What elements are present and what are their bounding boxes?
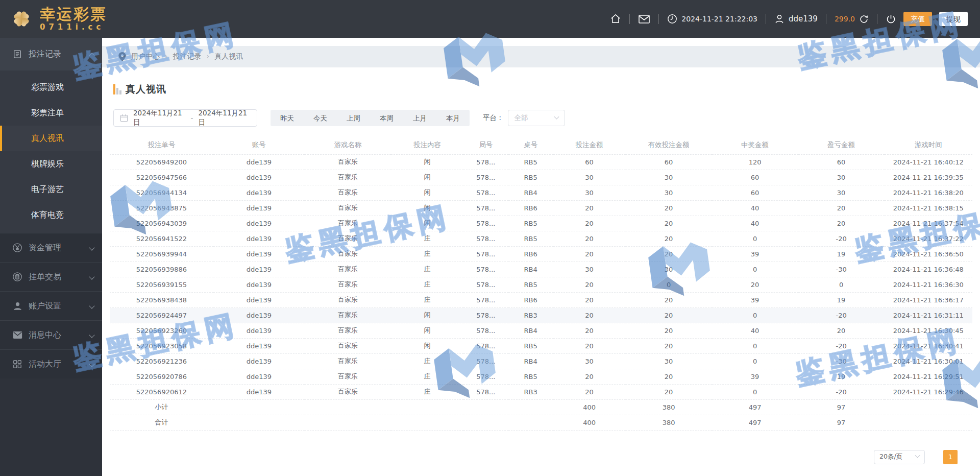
quick-filter-今天[interactable]: 今天 — [304, 110, 337, 126]
chevron-down-icon — [554, 114, 559, 119]
refresh-balance-icon[interactable] — [859, 14, 869, 24]
table-cell: 60 — [798, 154, 885, 170]
table-cell: 庄 — [391, 292, 463, 307]
table-cell: 20 — [626, 231, 712, 246]
table-row: 522056943875dde139百家乐闲578...RB6202040202… — [110, 200, 972, 216]
quick-filter-上周[interactable]: 上周 — [337, 110, 370, 126]
table-cell: 39 — [712, 369, 798, 384]
table-cell: 20 — [553, 231, 626, 246]
sidebar-item-真人视讯[interactable]: 真人视讯 — [0, 126, 102, 151]
table-cell: 522056941522 — [110, 231, 213, 246]
table-cell: 20 — [626, 307, 712, 323]
table-cell: 39 — [712, 246, 798, 261]
table-cell: 522056939944 — [110, 246, 213, 261]
table-cell: 百家乐 — [305, 353, 391, 369]
sidebar-section-5[interactable]: 活动大厅 — [0, 349, 102, 378]
table-cell: RB4 — [508, 323, 553, 338]
table-cell: 400 — [553, 415, 626, 430]
quick-filter-昨天[interactable]: 昨天 — [271, 110, 304, 126]
table-cell: 庄 — [391, 353, 463, 369]
quick-filter-本月[interactable]: 本月 — [436, 110, 470, 126]
table-cell: 522056947566 — [110, 170, 213, 185]
table-cell: 19 — [798, 369, 885, 384]
divider — [877, 14, 877, 24]
date-range-picker[interactable]: 2024年11月21日 - 2024年11月21日 — [113, 109, 257, 127]
table-cell: dde139 — [213, 277, 305, 292]
breadcrumb-separator: › — [207, 52, 210, 60]
quick-filter-上月[interactable]: 上月 — [403, 110, 436, 126]
platform-select[interactable]: 全部 — [508, 110, 565, 126]
table-cell: 522056938438 — [110, 292, 213, 307]
sidebar-item-彩票注单[interactable]: 彩票注单 — [0, 100, 102, 126]
table-cell: 2024-11-21 16:38:15 — [885, 200, 972, 216]
sidebar-section-1[interactable]: 资金管理 — [0, 233, 102, 262]
table-cell: RB6 — [508, 292, 553, 307]
brand-logo[interactable]: 幸运彩票 0711i.cc — [0, 6, 107, 32]
column-header: 账号 — [213, 136, 305, 154]
table-cell: 2024-11-21 16:37:22 — [885, 231, 972, 246]
table-cell: 百家乐 — [305, 292, 391, 307]
table-cell: 庄 — [391, 384, 463, 399]
sidebar-item-彩票游戏[interactable]: 彩票游戏 — [0, 75, 102, 100]
bet-records-table: 投注单号账号游戏名称投注内容局号桌号投注金额有效投注金额中奖金额盈亏金额游戏时间… — [110, 136, 972, 431]
breadcrumb-item-2[interactable]: 真人视讯 — [214, 52, 243, 60]
sidebar-section-2[interactable]: 挂单交易 — [0, 262, 102, 291]
table-cell: 0 — [712, 384, 798, 399]
breadcrumb-item-0[interactable]: 用户中心 — [131, 52, 160, 60]
withdraw-button[interactable]: 提现 — [939, 12, 968, 26]
server-time: 2024-11-21 21:22:03 — [681, 15, 757, 23]
mail-icon[interactable] — [638, 14, 650, 24]
table-cell: dde139 — [213, 292, 305, 307]
table-cell: 578... — [463, 307, 508, 323]
column-header: 投注内容 — [391, 136, 463, 154]
table-cell: 合计 — [110, 415, 213, 430]
sidebar-section-3[interactable]: 账户设置 — [0, 291, 102, 320]
table-cell: 百家乐 — [305, 231, 391, 246]
table-cell: dde139 — [213, 231, 305, 246]
logout-power-icon[interactable] — [886, 14, 896, 25]
table-cell: dde139 — [213, 170, 305, 185]
table-cell: 578... — [463, 216, 508, 231]
table-cell: 522056923058 — [110, 338, 213, 353]
table-cell: RB3 — [508, 384, 553, 399]
sidebar-section-label: 消息中心 — [29, 330, 90, 341]
sidebar-section-0[interactable]: 投注记录 — [0, 38, 102, 70]
table-cell: 2024-11-21 16:40:12 — [885, 154, 972, 170]
sidebar-section-label: 挂单交易 — [29, 272, 90, 282]
table-cell: 522056920612 — [110, 384, 213, 399]
breadcrumb-item-1[interactable]: 投注记录 — [173, 52, 202, 60]
recharge-button[interactable]: 充值 — [903, 12, 932, 26]
divider — [766, 14, 766, 24]
location-pin-icon — [118, 52, 126, 61]
user-icon — [774, 14, 785, 24]
table-cell: 522056939886 — [110, 261, 213, 277]
sidebar-section-4[interactable]: 消息中心 — [0, 320, 102, 349]
chevron-down-icon — [89, 303, 94, 308]
table-header-row: 投注单号账号游戏名称投注内容局号桌号投注金额有效投注金额中奖金额盈亏金额游戏时间 — [110, 136, 972, 154]
table-cell: 20 — [553, 216, 626, 231]
table-cell: 闲 — [391, 200, 463, 216]
sidebar-item-棋牌娱乐[interactable]: 棋牌娱乐 — [0, 151, 102, 177]
table-cell — [305, 399, 391, 415]
table-cell: 578... — [463, 323, 508, 338]
page-size-select[interactable]: 20条/页 — [874, 450, 925, 464]
page-number-button[interactable]: 1 — [943, 450, 958, 464]
table-cell: dde139 — [213, 154, 305, 170]
table-cell: 20 — [626, 338, 712, 353]
table-cell: 20 — [553, 323, 626, 338]
table-cell: 30 — [553, 185, 626, 200]
table-cell: 庄 — [391, 369, 463, 384]
home-icon[interactable] — [610, 13, 621, 25]
table-row: 522056921236dde139百家乐庄578...RB430300-302… — [110, 353, 972, 369]
sidebar-item-体育电竞[interactable]: 体育电竞 — [0, 202, 102, 228]
chevron-up-icon — [89, 53, 94, 58]
table-cell: 20 — [553, 307, 626, 323]
table-cell: 2024-11-21 16:38:20 — [885, 185, 972, 200]
table-cell — [305, 415, 391, 430]
divider — [629, 14, 630, 24]
table-row: 522056947566dde139百家乐闲578...RB5303060302… — [110, 170, 972, 185]
quick-filter-本周[interactable]: 本周 — [370, 110, 403, 126]
sidebar-item-电子游艺[interactable]: 电子游艺 — [0, 177, 102, 202]
chevron-down-icon — [89, 245, 94, 250]
table-cell — [463, 399, 508, 415]
